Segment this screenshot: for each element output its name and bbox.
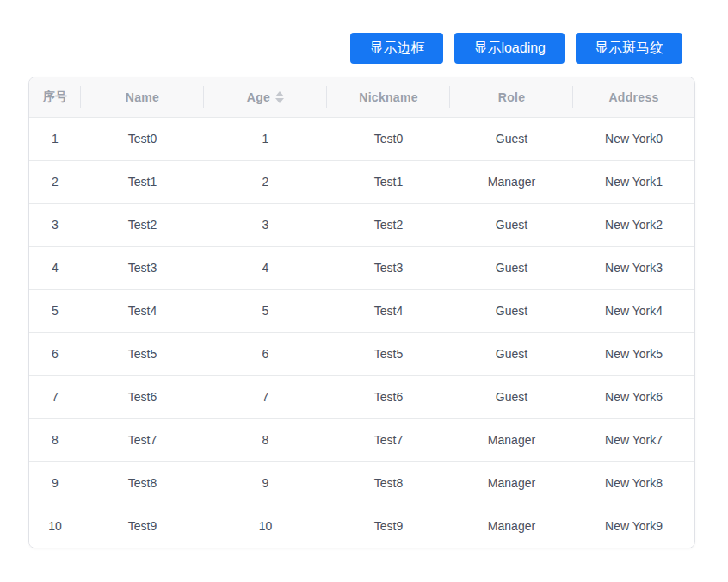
table-cell-name: Test1 [81, 160, 204, 203]
table-cell-address: New York0 [573, 117, 694, 160]
table-cell-role: Manager [450, 160, 573, 203]
table-cell-age: 5 [204, 289, 327, 332]
column-header-age[interactable]: Age [204, 77, 327, 117]
column-header-name: Name [81, 77, 204, 117]
data-table: 序号NameAgeNicknameRoleAddress 1Test01Test… [28, 77, 695, 548]
table-cell-name: Test5 [81, 332, 204, 375]
table-cell-address: New York8 [573, 461, 694, 505]
table-cell-nickname: Test1 [327, 160, 450, 203]
column-header-label: Nickname [359, 90, 418, 104]
table-cell-address: New York5 [573, 332, 694, 375]
table-cell-age: 6 [204, 332, 327, 375]
toolbar-button-0[interactable]: 显示边框 [350, 33, 443, 64]
table-cell-index: 3 [29, 203, 81, 246]
table-row: 3Test23Test2GuestNew York2 [29, 203, 694, 246]
table-cell-index: 5 [29, 289, 81, 332]
table-cell-role: Guest [450, 375, 573, 418]
table-cell-name: Test0 [81, 117, 204, 160]
table-cell-age: 3 [204, 203, 327, 246]
table-cell-age: 7 [204, 375, 327, 418]
table-cell-index: 10 [29, 505, 81, 548]
header-row: 序号NameAgeNicknameRoleAddress [29, 77, 694, 117]
table-cell-nickname: Test8 [327, 461, 450, 505]
table-cell-age: 1 [204, 117, 327, 160]
table-cell-index: 2 [29, 160, 81, 203]
table-cell-address: New York4 [573, 289, 694, 332]
column-header-label: Age [247, 90, 270, 104]
table-cell-role: Guest [450, 246, 573, 289]
table-cell-nickname: Test2 [327, 203, 450, 246]
toolbar: 显示边框显示loading显示斑马纹 [350, 33, 682, 64]
sort-caret-down-icon[interactable] [275, 98, 284, 103]
table-cell-nickname: Test9 [327, 505, 450, 548]
table-row: 5Test45Test4GuestNew York4 [29, 289, 694, 332]
table-cell-nickname: Test4 [327, 289, 450, 332]
table-cell-name: Test6 [81, 375, 204, 418]
table-cell-role: Manager [450, 505, 573, 548]
table-cell-name: Test3 [81, 246, 204, 289]
table-cell-age: 2 [204, 160, 327, 203]
table-cell-index: 1 [29, 117, 81, 160]
table-cell-address: New York1 [573, 160, 694, 203]
table-cell-nickname: Test5 [327, 332, 450, 375]
table-cell-nickname: Test7 [327, 418, 450, 461]
column-header-index: 序号 [29, 77, 81, 117]
table-cell-age: 9 [204, 461, 327, 505]
table-cell-name: Test9 [81, 505, 204, 548]
toolbar-button-2[interactable]: 显示斑马纹 [576, 33, 682, 64]
table-cell-index: 8 [29, 418, 81, 461]
table: 序号NameAgeNicknameRoleAddress 1Test01Test… [29, 77, 694, 548]
table-cell-role: Guest [450, 203, 573, 246]
table-cell-address: New York2 [573, 203, 694, 246]
table-cell-index: 9 [29, 461, 81, 505]
table-header: 序号NameAgeNicknameRoleAddress [29, 77, 694, 117]
table-cell-role: Guest [450, 289, 573, 332]
table-cell-address: New York3 [573, 246, 694, 289]
table-cell-role: Manager [450, 418, 573, 461]
table-row: 4Test34Test3GuestNew York3 [29, 246, 694, 289]
sort-caret-up-icon[interactable] [275, 91, 284, 96]
table-cell-nickname: Test0 [327, 117, 450, 160]
table-cell-index: 4 [29, 246, 81, 289]
table-body: 1Test01Test0GuestNew York02Test12Test1Ma… [29, 117, 694, 548]
table-cell-age: 4 [204, 246, 327, 289]
table-cell-role: Guest [450, 117, 573, 160]
column-header-role: Role [450, 77, 573, 117]
table-row: 10Test910Test9ManagerNew York9 [29, 505, 694, 548]
table-row: 9Test89Test8ManagerNew York8 [29, 461, 694, 505]
column-header-label: Role [498, 90, 526, 104]
table-cell-address: New York6 [573, 375, 694, 418]
column-header-nickname: Nickname [327, 77, 450, 117]
table-cell-nickname: Test6 [327, 375, 450, 418]
column-header-address: Address [573, 77, 694, 117]
table-cell-index: 6 [29, 332, 81, 375]
column-header-label: Address [608, 90, 658, 104]
table-cell-name: Test7 [81, 418, 204, 461]
table-cell-age: 8 [204, 418, 327, 461]
table-cell-name: Test2 [81, 203, 204, 246]
table-cell-nickname: Test3 [327, 246, 450, 289]
table-cell-role: Guest [450, 332, 573, 375]
table-cell-name: Test4 [81, 289, 204, 332]
table-cell-address: New York9 [573, 505, 694, 548]
table-cell-address: New York7 [573, 418, 694, 461]
column-header-label: Name [126, 90, 159, 104]
table-row: 7Test67Test6GuestNew York6 [29, 375, 694, 418]
table-row: 8Test78Test7ManagerNew York7 [29, 418, 694, 461]
table-cell-role: Manager [450, 461, 573, 505]
table-cell-index: 7 [29, 375, 81, 418]
table-row: 1Test01Test0GuestNew York0 [29, 117, 694, 160]
table-cell-age: 10 [204, 505, 327, 548]
table-row: 6Test56Test5GuestNew York5 [29, 332, 694, 375]
column-header-label: 序号 [43, 90, 68, 103]
toolbar-button-1[interactable]: 显示loading [454, 33, 565, 64]
table-row: 2Test12Test1ManagerNew York1 [29, 160, 694, 203]
table-cell-name: Test8 [81, 461, 204, 505]
sort-control[interactable] [275, 91, 284, 103]
